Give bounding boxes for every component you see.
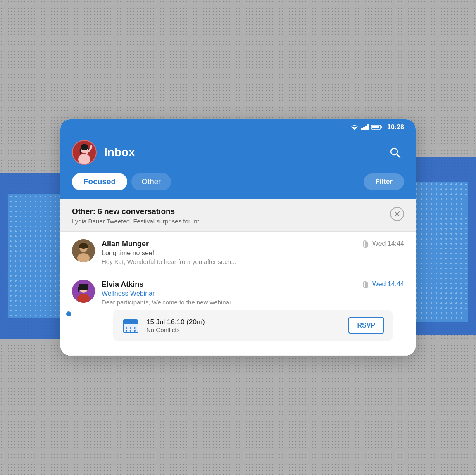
calendar-card: 15 Jul 16:10 (20m) No Conflicts RSVP	[113, 310, 393, 341]
svg-point-0	[354, 129, 355, 130]
svg-rect-3	[381, 126, 382, 128]
email-time-allan: Wed 14:44	[372, 240, 404, 247]
avatar-allan	[72, 239, 95, 262]
email-sender-allan: Allan Munger	[102, 240, 149, 248]
svg-point-30	[134, 330, 136, 332]
calendar-text: 15 Jul 16:10 (20m) No Conflicts	[146, 318, 341, 333]
status-bar: 10:28	[60, 119, 416, 133]
rsvp-button[interactable]: RSVP	[348, 317, 384, 334]
svg-rect-20	[79, 284, 88, 290]
email-subject-allan: Long time no see!	[102, 249, 404, 257]
status-icons	[350, 124, 382, 131]
search-button[interactable]	[386, 143, 404, 162]
header: Inbox	[60, 133, 416, 173]
svg-line-9	[397, 154, 400, 158]
svg-point-26	[130, 327, 131, 329]
calendar-status: No Conflicts	[146, 326, 341, 333]
svg-point-27	[134, 327, 136, 329]
email-content-elvia: Elvia Atkins Wed 14:44 Wellness Webinar …	[102, 280, 404, 349]
phone-card: 10:28 Inbox	[60, 119, 416, 356]
email-content-allan: Allan Munger Wed 14:44 Long time no see!…	[102, 239, 404, 265]
email-subject-elvia: Wellness Webinar	[102, 290, 404, 297]
svg-point-28	[126, 330, 127, 332]
svg-rect-16	[79, 245, 88, 248]
tab-focused[interactable]: Focused	[72, 173, 127, 190]
email-time-elvia: Wed 14:44	[372, 280, 404, 288]
svg-point-7	[81, 144, 88, 150]
email-sender-elvia: Elvia Atkins	[102, 280, 143, 289]
svg-point-29	[130, 330, 131, 332]
tab-bar: Focused Other Filter	[60, 173, 416, 200]
attachment-icon-allan	[362, 240, 369, 248]
notif-close-button[interactable]	[390, 207, 404, 221]
svg-point-6	[78, 154, 90, 165]
attachment-icon-elvia	[362, 280, 369, 289]
notif-title: Other: 6 new conversations	[72, 207, 385, 216]
calendar-icon	[121, 316, 140, 335]
svg-point-25	[126, 327, 127, 329]
email-preview-elvia: Dear participants, Welcome to the new we…	[102, 299, 404, 306]
email-list: Allan Munger Wed 14:44 Long time no see!…	[60, 232, 416, 356]
tab-other[interactable]: Other	[131, 173, 171, 190]
svg-rect-21	[78, 287, 79, 292]
calendar-time: 15 Jul 16:10 (20m)	[146, 318, 341, 326]
signal-icon	[361, 124, 369, 130]
svg-rect-2	[372, 126, 379, 128]
status-time: 10:28	[387, 124, 404, 131]
bg-dots-left	[8, 194, 62, 318]
avatar-elvia	[72, 280, 95, 303]
email-preview-allan: Hey Kat, Wonderful to hear from you afte…	[102, 258, 404, 265]
email-header-row-allan: Allan Munger Wed 14:44	[102, 239, 404, 248]
wifi-icon	[350, 124, 359, 131]
user-avatar[interactable]	[72, 140, 97, 165]
email-header-row-elvia: Elvia Atkins Wed 14:44	[102, 280, 404, 289]
battery-icon	[371, 124, 382, 130]
notification-banner: Other: 6 new conversations Lydia Bauer T…	[60, 200, 416, 232]
email-item-elvia[interactable]: Elvia Atkins Wed 14:44 Wellness Webinar …	[60, 272, 416, 356]
tab-filter[interactable]: Filter	[364, 173, 404, 190]
svg-point-8	[391, 148, 397, 155]
notif-text: Other: 6 new conversations Lydia Bauer T…	[72, 207, 385, 225]
unread-dot-elvia	[66, 311, 71, 316]
notif-subtitle: Lydia Bauer Tweeted, Festival surprises …	[72, 218, 385, 225]
email-item-allan[interactable]: Allan Munger Wed 14:44 Long time no see!…	[60, 232, 416, 272]
inbox-title: Inbox	[104, 146, 378, 159]
bg-dots-right	[414, 182, 468, 322]
svg-rect-24	[123, 322, 138, 324]
